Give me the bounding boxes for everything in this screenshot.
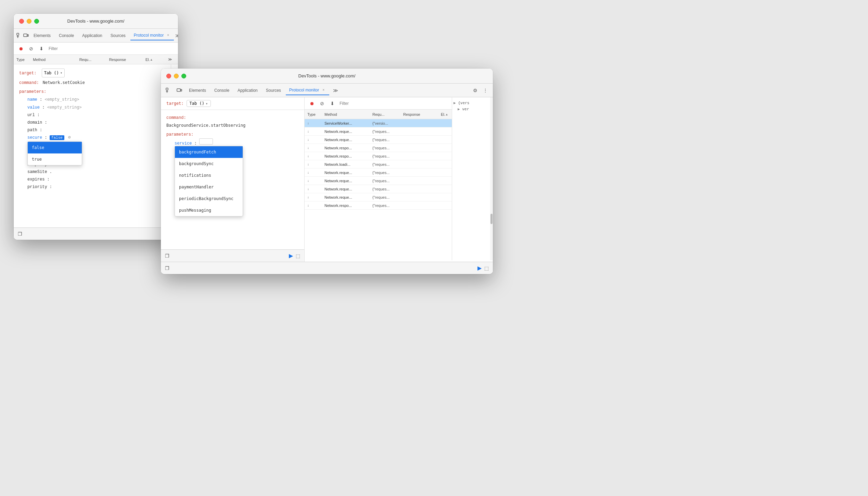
params-key: parameters: xyxy=(19,89,46,94)
command-value-1: Network.setCookie xyxy=(43,80,85,85)
filter-input-1[interactable] xyxy=(47,45,175,53)
tabbar-2: Elements Console Application Sources Pro… xyxy=(161,84,493,97)
tab-close-icon-2[interactable]: × xyxy=(321,88,326,92)
main-body-2: target: Tab () ▾ command: BackgroundServ… xyxy=(161,97,493,262)
option-true[interactable]: true xyxy=(28,153,82,165)
service-option-paymentHandler[interactable]: paymentHandler xyxy=(175,181,243,193)
bool-dropdown-1[interactable]: false true xyxy=(27,141,82,165)
row-4-method: Network.respo... xyxy=(324,154,372,158)
col-response-1: Response xyxy=(109,58,145,62)
tab-application-1[interactable]: Application xyxy=(79,31,106,40)
param-secure-value[interactable]: false xyxy=(50,135,64,140)
tab-console-2[interactable]: Console xyxy=(211,86,233,95)
col-headers-1: Type Method Requ... Response El.▲ ≫ xyxy=(14,55,178,64)
inspect-icon[interactable] xyxy=(16,31,22,40)
maximize-button-1[interactable] xyxy=(34,19,39,24)
tab-console-label-2: Console xyxy=(214,88,229,93)
service-option-backgroundSync[interactable]: backgroundSync xyxy=(175,158,243,170)
param-path-line: path : xyxy=(27,126,165,134)
service-input[interactable] xyxy=(199,138,213,145)
param-expires-key: expires : xyxy=(27,177,50,182)
col-method-2: Method xyxy=(324,112,372,116)
param-expires-line: expires : xyxy=(27,176,165,183)
service-option-pushMessaging[interactable]: pushMessaging xyxy=(175,204,243,216)
row-10-requ: {"reques... xyxy=(372,203,403,208)
device-icon-2[interactable] xyxy=(175,86,184,95)
inspect-icon-2[interactable] xyxy=(164,86,173,95)
minimize-button-2[interactable] xyxy=(174,74,179,78)
send-button-2b[interactable]: ▶ xyxy=(477,265,482,271)
send-button-2[interactable]: ▶ xyxy=(289,252,293,259)
service-key: service xyxy=(175,141,192,146)
service-option-notifications[interactable]: notifications xyxy=(175,170,243,181)
clear-button-2[interactable]: ⊘ xyxy=(318,99,327,108)
detail-line-1: ▶ ver xyxy=(458,106,492,112)
scrollbar-thumb[interactable] xyxy=(490,214,493,224)
window-title-1: DevTools - www.google.com/ xyxy=(67,18,125,24)
kb-icon-2[interactable]: ⬚ xyxy=(296,253,300,259)
maximize-button-2[interactable] xyxy=(181,74,186,78)
download-button-1[interactable]: ⬇ xyxy=(37,44,46,53)
target-select-2[interactable]: Tab () ▾ xyxy=(187,100,211,107)
tab-console-1[interactable]: Console xyxy=(55,31,77,40)
close-button-2[interactable] xyxy=(166,74,171,78)
detail-content-0: {vers xyxy=(458,101,469,105)
tab-elements-1[interactable]: Elements xyxy=(30,31,54,40)
service-option-backgroundFetch[interactable]: backgroundFetch xyxy=(175,146,243,158)
kb-icon-2b[interactable]: ⬚ xyxy=(484,265,489,271)
row-4-type: ↓ xyxy=(307,154,324,158)
close-button-1[interactable] xyxy=(19,19,24,24)
tab-protocol-monitor-2[interactable]: Protocol monitor × xyxy=(286,86,329,95)
copy-icon-1[interactable]: ❐ xyxy=(18,231,22,237)
tab-console-label-1: Console xyxy=(59,33,74,38)
row-0-requ: {"versio... xyxy=(372,121,403,125)
service-option-periodicBackgroundSync[interactable]: periodicBackgroundSync xyxy=(175,193,243,204)
svg-rect-9 xyxy=(181,89,182,91)
param-name-value: <empty_string> xyxy=(44,97,79,102)
svg-rect-4 xyxy=(27,35,28,36)
copy-icon-2b[interactable]: ❐ xyxy=(165,265,169,271)
record-button-2[interactable]: ⏺ xyxy=(307,99,316,108)
detail-line-0: ▶ {vers xyxy=(454,100,492,106)
row-5-method: Network.loadi... xyxy=(324,162,372,166)
param-samesite-key: sameSite . xyxy=(27,170,52,174)
device-icon[interactable] xyxy=(23,31,29,40)
param-secure-line: secure : false ⊘ false true xyxy=(27,134,165,141)
option-false[interactable]: false xyxy=(28,142,82,153)
row-2-method: Network.reque... xyxy=(324,138,372,142)
titlebar-2: DevTools - www.google.com/ xyxy=(161,69,493,84)
record-button-1[interactable]: ⏺ xyxy=(16,44,25,53)
tab-protocol-monitor-1[interactable]: Protocol monitor × xyxy=(130,31,174,40)
minimize-button-1[interactable] xyxy=(27,19,31,24)
row-1-method: Network.reque... xyxy=(324,129,372,134)
expand-icon-0[interactable]: ▶ xyxy=(454,101,456,105)
row-9-method: Network.reque... xyxy=(324,195,372,199)
row-1-type: ↓ xyxy=(307,129,324,133)
expand-icon-1[interactable]: ▶ xyxy=(458,107,460,111)
clear-icon-secure[interactable]: ⊘ xyxy=(68,135,71,140)
row-8-method: Network.reque... xyxy=(324,187,372,191)
download-button-2[interactable]: ⬇ xyxy=(328,99,337,108)
tab-elements-2[interactable]: Elements xyxy=(186,86,209,95)
tab-sources-2[interactable]: Sources xyxy=(263,86,284,95)
more-icon-2[interactable]: ⋮ xyxy=(481,86,490,95)
more-tabs-icon-1[interactable]: ≫ xyxy=(175,31,178,40)
copy-icon-2[interactable]: ❐ xyxy=(165,253,169,259)
service-dropdown[interactable]: backgroundFetch backgroundSync notificat… xyxy=(175,146,243,216)
json-detail-panel: ▶ {vers ▶ ver xyxy=(452,97,493,260)
param-secure-key: secure xyxy=(27,135,42,140)
more-tabs-icon-2[interactable]: ≫ xyxy=(331,86,340,95)
target-value-2: Tab () xyxy=(190,101,204,106)
command-value-line-2: BackgroundService.startObserving xyxy=(166,122,299,129)
row-6-requ: {"reques... xyxy=(372,171,403,175)
clear-button-1[interactable]: ⊘ xyxy=(27,44,36,53)
row-2-requ: {"reques... xyxy=(372,138,403,142)
settings-icon-2[interactable]: ⚙ xyxy=(470,86,480,95)
tab-close-icon-1[interactable]: × xyxy=(166,33,170,38)
scrollbar-track xyxy=(490,97,493,260)
tab-sources-1[interactable]: Sources xyxy=(107,31,129,40)
target-select-1[interactable]: Tab () ▾ xyxy=(42,69,65,77)
more-cols-1[interactable]: ≫ xyxy=(165,57,175,62)
tab-application-2[interactable]: Application xyxy=(234,86,261,95)
row-3-method: Network.respo... xyxy=(324,146,372,150)
